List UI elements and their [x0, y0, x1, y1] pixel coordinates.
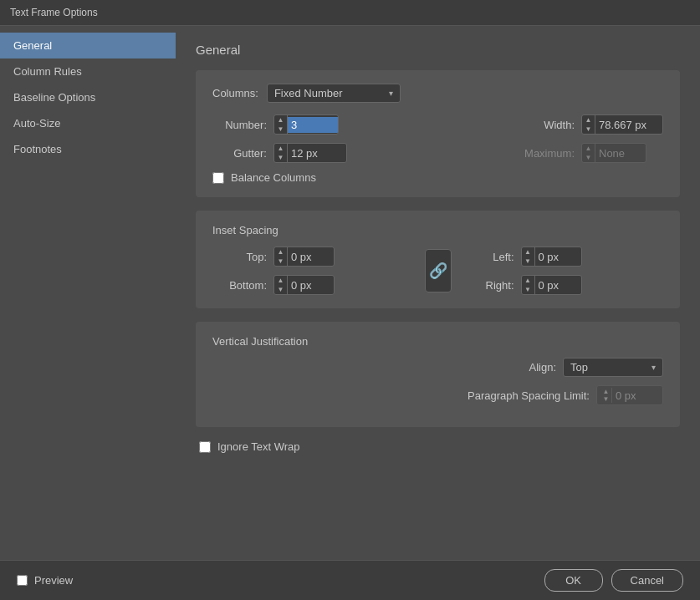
right-col: Width: ▲ ▼ Maximum: — [520, 114, 663, 163]
width-row: Width: ▲ ▼ — [520, 114, 663, 135]
vj-psl-label: Paragraph Spacing Limit: — [468, 389, 590, 402]
inset-title: Inset Spacing — [212, 224, 663, 236]
inset-top-spinner[interactable]: ▲ ▼ — [273, 247, 335, 267]
dialog-title: Text Frame Options — [10, 7, 98, 18]
inset-top-up[interactable]: ▲ — [274, 247, 287, 257]
vj-psl-down[interactable]: ▼ — [600, 395, 611, 403]
vj-title: Vertical Justification — [212, 335, 663, 348]
section-title: General — [196, 43, 680, 57]
inset-right-up[interactable]: ▲ — [522, 276, 534, 285]
gutter-down-arrow[interactable]: ▼ — [274, 153, 287, 162]
gutter-up-arrow[interactable]: ▲ — [274, 144, 287, 153]
vj-align-arrow: ▾ — [651, 363, 656, 372]
inset-bottom-up[interactable]: ▲ — [274, 276, 287, 285]
number-down-arrow[interactable]: ▼ — [274, 125, 287, 134]
columns-label: Columns: — [212, 87, 258, 99]
width-label: Width: — [520, 119, 575, 131]
inset-left-row: Left: ▲ ▼ — [460, 247, 664, 267]
inset-left-up[interactable]: ▲ — [522, 247, 534, 257]
gutter-arrows[interactable]: ▲ ▼ — [274, 144, 288, 162]
number-input[interactable] — [288, 117, 338, 133]
vj-align-label: Align: — [529, 361, 556, 374]
inset-left-input[interactable] — [535, 249, 581, 265]
number-up-arrow[interactable]: ▲ — [274, 115, 287, 125]
number-row: Number: ▲ ▼ — [212, 114, 347, 135]
cancel-button[interactable]: Cancel — [611, 569, 683, 592]
balance-columns-row: Balance Columns — [212, 171, 663, 184]
columns-dropdown[interactable]: Fixed Number ▾ — [267, 84, 401, 103]
preview-checkbox[interactable] — [17, 575, 28, 586]
width-spinner[interactable]: ▲ ▼ — [581, 114, 663, 135]
maximum-down-arrow[interactable]: ▼ — [582, 153, 595, 162]
width-up-arrow[interactable]: ▲ — [582, 115, 595, 125]
sidebar: General Column Rules Baseline Options Au… — [0, 26, 176, 560]
main-content: General Columns: Fixed Number ▾ Number: — [176, 26, 700, 560]
inset-bottom-input[interactable] — [288, 277, 334, 293]
left-col: Number: ▲ ▼ Gutter: — [212, 114, 347, 163]
columns-panel: Columns: Fixed Number ▾ Number: ▲ ▼ — [196, 70, 680, 197]
inset-link-icon[interactable]: 🔗 — [425, 249, 452, 292]
inset-right-spinner[interactable]: ▲ ▼ — [521, 275, 582, 295]
inset-right-down[interactable]: ▼ — [522, 285, 534, 294]
columns-row: Columns: Fixed Number ▾ — [212, 84, 663, 103]
vj-psl-input[interactable] — [612, 388, 654, 404]
number-arrows[interactable]: ▲ ▼ — [274, 115, 288, 134]
inset-top-row: Top: ▲ ▼ — [212, 247, 416, 267]
inset-bottom-label: Bottom: — [212, 279, 267, 292]
vj-psl-arrows[interactable]: ▲ ▼ — [600, 388, 612, 403]
inset-left-label: Left: — [460, 251, 514, 263]
vertical-justification-panel: Vertical Justification Align: Top ▾ Para… — [196, 322, 680, 427]
preview-label: Preview — [34, 574, 73, 587]
inset-right-row: Right: ▲ ▼ — [460, 275, 664, 295]
inset-grid: Top: ▲ ▼ Bottom: ▲ — [212, 247, 663, 295]
inset-left-down[interactable]: ▼ — [522, 257, 534, 266]
inset-right: Left: ▲ ▼ Right: ▲ — [460, 247, 664, 295]
gutter-input[interactable] — [288, 145, 346, 161]
inset-top-input[interactable] — [288, 249, 334, 265]
inset-top-down[interactable]: ▼ — [274, 257, 287, 266]
maximum-spinner[interactable]: ▲ ▼ — [581, 143, 646, 163]
vj-psl-spinner[interactable]: ▲ ▼ — [596, 385, 663, 405]
maximum-input[interactable] — [595, 145, 646, 161]
sidebar-item-general[interactable]: General — [0, 33, 176, 58]
footer-left: Preview — [17, 574, 73, 587]
link-symbol: 🔗 — [429, 262, 447, 280]
maximum-row: Maximum: ▲ ▼ — [520, 143, 663, 163]
ok-button[interactable]: OK — [544, 569, 603, 592]
footer-right: OK Cancel — [544, 569, 683, 592]
ignore-text-wrap-checkbox[interactable] — [199, 441, 211, 453]
inset-right-label: Right: — [460, 279, 514, 292]
inset-spacing-panel: Inset Spacing Top: ▲ ▼ — [196, 211, 680, 308]
sidebar-item-auto-size[interactable]: Auto-Size — [0, 110, 176, 136]
sidebar-item-column-rules[interactable]: Column Rules — [0, 58, 176, 84]
vj-align-row: Align: Top ▾ — [212, 358, 663, 377]
title-bar: Text Frame Options — [0, 0, 700, 26]
inset-bottom-spinner[interactable]: ▲ ▼ — [273, 275, 335, 295]
inset-right-input[interactable] — [535, 277, 581, 293]
inset-left-spinner[interactable]: ▲ ▼ — [521, 247, 582, 267]
vj-align-dropdown[interactable]: Top ▾ — [563, 358, 663, 377]
inset-bottom-down[interactable]: ▼ — [274, 285, 287, 294]
inset-top-label: Top: — [212, 251, 267, 263]
maximum-up-arrow[interactable]: ▲ — [582, 144, 595, 153]
vj-psl-row: Paragraph Spacing Limit: ▲ ▼ — [212, 385, 663, 405]
inset-top-arrows[interactable]: ▲ ▼ — [274, 247, 288, 266]
inset-right-arrows[interactable]: ▲ ▼ — [522, 276, 535, 294]
inset-bottom-row: Bottom: ▲ ▼ — [212, 275, 416, 295]
columns-value: Fixed Number — [274, 87, 343, 99]
sidebar-item-footnotes[interactable]: Footnotes — [0, 136, 176, 162]
ignore-text-wrap-row: Ignore Text Wrap — [199, 440, 680, 453]
width-down-arrow[interactable]: ▼ — [582, 125, 595, 134]
balance-columns-checkbox[interactable] — [212, 172, 224, 184]
gutter-spinner[interactable]: ▲ ▼ — [273, 143, 347, 163]
inset-left-arrows[interactable]: ▲ ▼ — [522, 247, 535, 266]
vj-psl-up[interactable]: ▲ — [600, 388, 611, 395]
maximum-arrows[interactable]: ▲ ▼ — [582, 144, 595, 162]
sidebar-item-baseline-options[interactable]: Baseline Options — [0, 84, 176, 110]
width-arrows[interactable]: ▲ ▼ — [582, 115, 595, 134]
width-input[interactable] — [595, 117, 662, 133]
inset-bottom-arrows[interactable]: ▲ ▼ — [274, 276, 288, 294]
number-spinner[interactable]: ▲ ▼ — [273, 114, 339, 135]
gutter-label: Gutter: — [212, 147, 267, 160]
dialog-body: General Column Rules Baseline Options Au… — [0, 26, 700, 560]
